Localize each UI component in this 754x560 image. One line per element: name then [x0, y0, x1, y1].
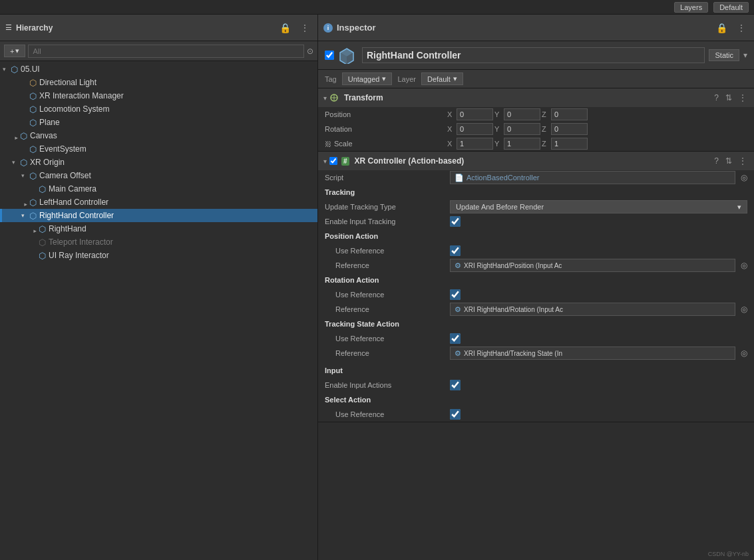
tree-label-canvas: Canvas: [30, 131, 57, 140]
enable-input-tracking-label: Enable Input Tracking: [325, 217, 445, 225]
sidebar-item-locomotion[interactable]: ▾ ⬡ Locomotion System: [0, 102, 317, 116]
ts-use-ref-checkbox[interactable]: [450, 333, 461, 344]
gameobject-active-checkbox[interactable]: [325, 51, 334, 60]
cube-icon-xrorigin: ⬡: [20, 158, 27, 168]
static-button[interactable]: Static: [709, 49, 739, 61]
ts-ref-text: XRI RightHand/Tracking State (In: [464, 350, 731, 357]
arrow-canvas: ▾: [13, 132, 19, 140]
sidebar-item-canvas[interactable]: ▾ ⬡ Canvas: [0, 129, 317, 142]
inspector-info-icon: i: [323, 23, 333, 33]
gameobject-name-input[interactable]: [362, 47, 705, 63]
tree-label-tp: Teleport Interactor: [49, 237, 113, 247]
pos-use-ref-checkbox[interactable]: [450, 245, 461, 256]
static-dropdown-arrow[interactable]: ▾: [743, 51, 747, 60]
sel-use-ref-checkbox[interactable]: [450, 409, 461, 420]
scale-z-input[interactable]: [551, 138, 588, 150]
enable-input-actions-checkbox[interactable]: [450, 380, 461, 390]
hierarchy-panel: ☰ Hierarchy 🔒 ⋮ + ▾ ⊙ ▾ ⬡ 05.UI ⋮: [0, 15, 318, 560]
sidebar-item-cameraoffset[interactable]: ▾ ⬡ Camera Offset: [0, 169, 317, 182]
hierarchy-more-button[interactable]: ⋮: [297, 21, 312, 35]
update-tracking-arrow: ▾: [737, 203, 741, 211]
main-layout: ☰ Hierarchy 🔒 ⋮ + ▾ ⊙ ▾ ⬡ 05.UI ⋮: [0, 15, 754, 560]
tracking-label: Tracking: [325, 188, 355, 196]
default-button[interactable]: Default: [713, 2, 749, 13]
sidebar-item-maincamera[interactable]: ▾ ⬡ Main Camera: [0, 182, 317, 196]
pos-y-input[interactable]: [504, 108, 540, 120]
tree-label-lh: LeftHand Controller: [39, 198, 108, 207]
watermark: CSDN @YY-nb: [708, 551, 749, 557]
pos-z-input[interactable]: [551, 108, 588, 120]
xrcontroller-section: ▾ # XR Controller (Action-based) ? ⇅ ⋮ S…: [318, 152, 754, 422]
rot-ref-text: XRI RightHand/Rotation (Input Ac: [464, 306, 731, 313]
rot-z-input[interactable]: [551, 123, 588, 135]
rot-ref-target-button[interactable]: ◎: [741, 305, 747, 314]
sidebar-item-righthand-controller[interactable]: ▾ ⬡ RightHand Controller: [0, 209, 317, 222]
transform-header[interactable]: ▾ Transform ? ⇅ ⋮: [318, 88, 754, 107]
pos-ref-field[interactable]: ⚙ XRI RightHand/Position (Input Ac: [450, 259, 735, 272]
xrctrl-more-button[interactable]: ⋮: [737, 156, 749, 166]
sidebar-item-teleport[interactable]: ▾ ⬡ Teleport Interactor: [0, 235, 317, 249]
pos-ref-target-button[interactable]: ◎: [741, 261, 747, 270]
search-input[interactable]: [28, 45, 304, 58]
scale-link-icon: ⛓: [325, 140, 331, 148]
sidebar-item-lefthand[interactable]: ▾ ⬡ LeftHand Controller: [0, 196, 317, 209]
update-tracking-dropdown[interactable]: Update And Before Render ▾: [450, 200, 747, 213]
layer-dropdown[interactable]: Default ▾: [421, 72, 463, 85]
transform-section: ▾ Transform ? ⇅ ⋮ Position: [318, 88, 754, 152]
rot-ref-field[interactable]: ⚙ XRI RightHand/Rotation (Input Ac: [450, 303, 735, 316]
pos-ref-label: Reference: [325, 261, 445, 269]
xrctrl-settings-button[interactable]: ⇅: [723, 156, 734, 166]
layers-button[interactable]: Layers: [674, 2, 708, 13]
sidebar-item-xr-interaction[interactable]: ▾ ⬡ XR Interaction Manager: [0, 89, 317, 102]
sidebar-item-root[interactable]: ▾ ⬡ 05.UI ⋮: [0, 63, 317, 76]
ts-ref-field[interactable]: ⚙ XRI RightHand/Tracking State (In: [450, 347, 735, 360]
sel-use-ref-row: Use Reference: [318, 407, 754, 422]
tag-dropdown[interactable]: Untagged ▾: [342, 72, 393, 85]
enable-input-tracking-checkbox[interactable]: [450, 216, 461, 227]
transform-arrow-icon: ▾: [323, 94, 327, 102]
scale-y-input[interactable]: [504, 138, 540, 150]
inspector-panel: i Inspector 🔒 ⋮ Static ▾: [318, 15, 754, 560]
tag-arrow: ▾: [382, 74, 386, 83]
rotation-action-label: Rotation Action: [325, 276, 379, 284]
arrow-camoffset: ▾: [21, 172, 29, 179]
tree-label-xrorigin: XR Origin: [30, 158, 65, 167]
inspector-header: i Inspector 🔒 ⋮: [318, 15, 754, 41]
script-label: Script: [325, 174, 445, 182]
ts-ref-target-button[interactable]: ◎: [741, 349, 747, 358]
sidebar-item-righthand[interactable]: ▾ ⬡ RightHand: [0, 222, 317, 235]
script-target-button[interactable]: ◎: [741, 173, 747, 182]
add-object-button[interactable]: + ▾: [4, 45, 25, 57]
inspector-more-button[interactable]: ⋮: [734, 21, 749, 35]
position-fields: X Y Z: [447, 108, 747, 120]
transform-settings-button[interactable]: ⇅: [723, 92, 734, 103]
xrcontroller-header[interactable]: ▾ # XR Controller (Action-based) ? ⇅ ⋮: [318, 152, 754, 170]
transform-more-button[interactable]: ⋮: [737, 92, 749, 103]
sidebar-item-plane[interactable]: ▾ ⬡ Plane: [0, 116, 317, 129]
tree-label-mc: Main Camera: [49, 184, 96, 194]
scale-x-input[interactable]: [457, 138, 493, 150]
cube-icon-loc: ⬡: [29, 104, 37, 114]
rotation-row: Rotation X Y Z: [318, 122, 754, 136]
script-name: ActionBasedController: [467, 174, 539, 182]
rot-x-input[interactable]: [457, 123, 493, 135]
transform-help-button[interactable]: ?: [712, 92, 721, 103]
inspector-lock-button[interactable]: 🔒: [713, 21, 730, 35]
sidebar-item-eventsystem[interactable]: ▾ ⬡ EventSystem: [0, 142, 317, 156]
pos-x-label: X: [447, 110, 455, 118]
plus-icon: +: [10, 47, 14, 55]
cube-icon-camoffset: ⬡: [29, 171, 37, 181]
rot-use-ref-checkbox[interactable]: [450, 289, 461, 300]
sidebar-item-xrorigin[interactable]: ▾ ⬡ XR Origin: [0, 156, 317, 169]
hierarchy-lock-button[interactable]: 🔒: [277, 21, 293, 35]
xrctrl-help-button[interactable]: ?: [712, 156, 721, 166]
sidebar-item-directional-light[interactable]: ▾ ⬡ Directional Light: [0, 76, 317, 89]
hierarchy-header: ☰ Hierarchy 🔒 ⋮: [0, 15, 317, 41]
pos-x-input[interactable]: [457, 108, 493, 120]
tree-label-dl: Directional Light: [39, 78, 96, 87]
sidebar-item-uiray[interactable]: ▾ ⬡ UI Ray Interactor: [0, 249, 317, 262]
enable-input-tracking-row: Enable Input Tracking: [318, 214, 754, 229]
search-mode-button[interactable]: ⊙: [307, 47, 313, 56]
xrctrl-enabled-checkbox[interactable]: [329, 157, 337, 165]
rot-y-input[interactable]: [504, 123, 540, 135]
